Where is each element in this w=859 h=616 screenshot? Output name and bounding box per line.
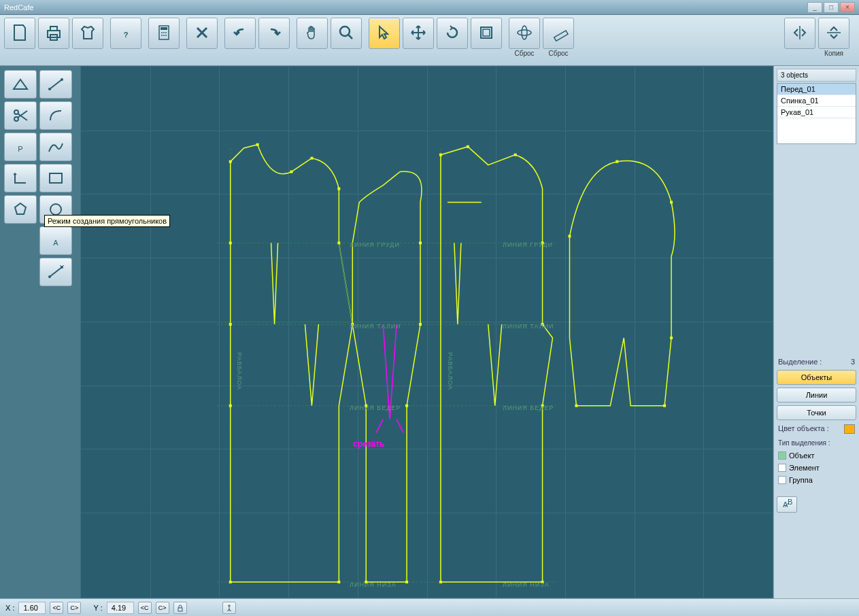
reset-scale-button[interactable] [543,18,574,49]
spline-tool[interactable] [39,133,72,161]
list-item[interactable]: Спинка_01 [777,95,856,107]
svg-rect-15 [483,29,490,36]
x-prev-button[interactable]: <C [50,602,63,614]
snap-button[interactable] [222,602,236,614]
list-item[interactable]: Перед_01 [777,84,856,95]
svg-rect-79 [178,608,182,611]
scale-button[interactable] [471,18,502,49]
svg-line-32 [50,267,62,277]
text-tool[interactable]: A [39,226,72,255]
svg-text:P: P [18,145,22,153]
print-button[interactable] [38,18,69,49]
garment-button[interactable] [72,18,103,49]
list-item[interactable]: Рукав_01 [777,107,856,118]
reset2-label: Сброс [548,50,568,57]
points-mode-button[interactable]: Точки [777,405,856,420]
reset-rotation-button[interactable] [509,18,540,49]
question-icon: ? [116,22,136,44]
move-button[interactable] [403,18,434,49]
svg-rect-64 [405,581,408,583]
y-next-button[interactable]: C> [156,602,169,614]
rename-button[interactable]: AB [777,496,797,513]
pan-button[interactable] [297,18,328,49]
arc-tool[interactable] [39,101,72,130]
line-tool[interactable] [39,70,72,99]
svg-point-11 [165,35,167,36]
tshirt-icon [78,22,98,44]
new-file-button[interactable] [4,18,35,49]
svg-line-42 [397,420,403,433]
lines-mode-button[interactable]: Линии [777,388,856,403]
objects-list[interactable]: Перед_01 Спинка_01 Рукав_01 [777,83,856,144]
statusbar: X : 1.60 <C C> Y : 4.19 <C C> [0,598,859,616]
x-icon [192,22,212,44]
svg-rect-73 [670,337,673,339]
lock-button[interactable] [173,602,187,614]
rotate-button[interactable] [437,18,468,49]
rectangle-tool[interactable] [39,164,72,192]
svg-line-41 [376,420,383,433]
svg-rect-53 [229,323,232,326]
zoom-button[interactable] [331,18,362,49]
checkbox-icon[interactable] [778,464,786,472]
close-button[interactable]: × [840,2,855,13]
svg-rect-57 [229,405,232,407]
status-x-label: X : [5,604,14,612]
cursor-icon [374,22,394,44]
workspace: P A [0,66,859,598]
svg-line-13 [348,35,352,39]
copy-label: Копия [824,50,843,57]
maximize-button[interactable]: □ [824,2,839,13]
mirror-v-button[interactable] [784,18,815,49]
color-row: Цвет объекта : [777,422,856,436]
svg-point-10 [163,35,165,36]
svg-rect-68 [467,146,469,148]
status-x-value: 1.60 [18,602,46,614]
svg-point-7 [163,32,165,33]
calculator-button[interactable] [148,18,180,49]
point-tool[interactable]: P [4,133,37,161]
minimize-button[interactable]: _ [807,2,822,13]
svg-rect-5 [161,27,167,30]
undo-button[interactable] [224,18,256,49]
measure-tool[interactable] [39,258,72,286]
svg-rect-18 [554,31,568,41]
redo-button[interactable] [258,18,290,49]
hip-line-label-2: ЛИНИЯ БЕДЕР [503,405,554,411]
pattern-drawing [81,67,773,598]
seltype-object-row[interactable]: Объект [777,450,856,461]
svg-point-22 [48,88,51,90]
objects-mode-button[interactable]: Объекты [777,370,856,385]
cut-annotation: срезать [353,439,384,449]
checkbox-icon[interactable] [778,451,786,460]
shape-tool[interactable] [4,195,37,224]
reset1-label: Сброс [514,50,534,57]
right-panel: 3 objects Перед_01 Спинка_01 Рукав_01 Вы… [773,66,859,598]
scissors-tool[interactable] [4,101,37,130]
canvas[interactable]: ЛИНИЯ ГРУДИ ЛИНИЯ ГРУДИ ЛИНИЯ ТАЛИИ ЛИНИ… [80,66,773,598]
seltype-element-row[interactable]: Элемент [777,462,856,473]
x-next-button[interactable]: C> [67,602,81,614]
waist-line-label-1: ЛИНИЯ ТАЛИИ [350,323,401,330]
corner-tool[interactable] [4,164,37,192]
selection-label: Выделение : [778,358,822,366]
y-prev-button[interactable]: <C [138,602,152,614]
checkbox-icon[interactable] [778,476,786,484]
bottom-line-label-2: ЛИНИЯ НИЗА [503,581,550,588]
waist-line-label-2: ЛИНИЯ ТАЛИИ [503,323,554,330]
seltype-group-row[interactable]: Группа [777,475,856,485]
color-label: Цвет объекта : [778,424,829,434]
color-swatch[interactable] [844,424,855,434]
delete-button[interactable] [186,18,218,49]
app-title: RedCafe [4,3,33,12]
objects-header: 3 objects [777,69,856,82]
svg-point-9 [161,35,163,36]
select-button[interactable] [369,18,400,49]
mirror-h-button[interactable] [818,18,849,49]
triangle-tool[interactable] [4,70,37,99]
svg-point-23 [61,78,63,81]
status-y-value: 4.19 [107,602,134,614]
help-button[interactable]: ? [110,18,141,49]
svg-point-30 [50,204,61,215]
balance-label-2: РАВБАЛОА [447,352,454,390]
